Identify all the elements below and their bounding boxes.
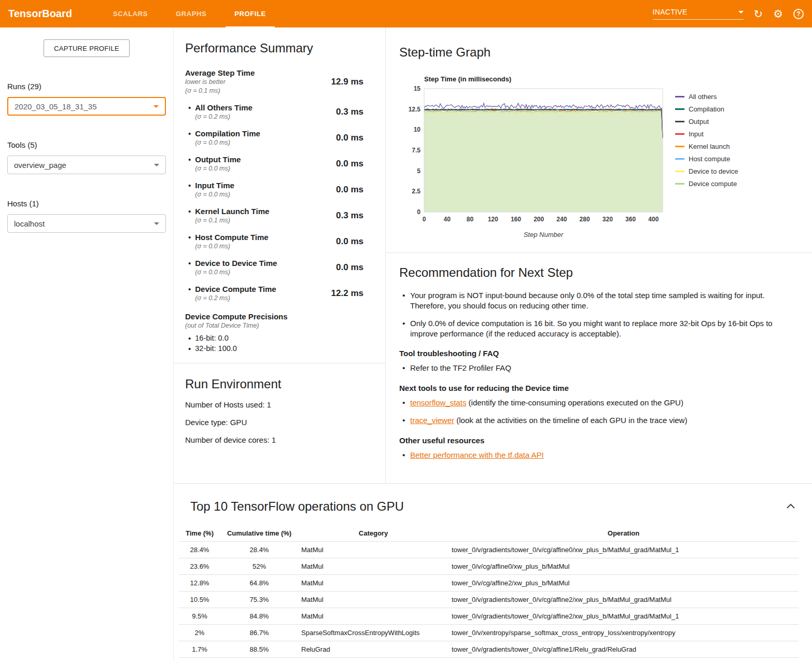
op-name: tower_0/v/gradients/tower_0/v/cg/affine2… (449, 592, 799, 608)
op-category: MatMul (298, 542, 449, 558)
rec-link[interactable]: trace_viewer (410, 416, 454, 425)
tab-graphs[interactable]: GRAPHS (162, 0, 220, 27)
svg-text:10: 10 (414, 126, 421, 133)
metric-sigma: (σ = 0.0 ms) (195, 190, 234, 199)
metric-row: •Host Compute Time(σ = 0.0 ms)0.0 ms (185, 232, 371, 251)
svg-text:400: 400 (648, 216, 659, 223)
op-category: MatMul (298, 592, 449, 608)
nav-tabs: SCALARSGRAPHSPROFILE (99, 0, 280, 27)
table-row: 1.7%88.5%ReluGradtower_0/v/gradients/tow… (179, 641, 799, 658)
legend-swatch-icon (675, 96, 684, 97)
tab-scalars[interactable]: SCALARS (99, 0, 162, 27)
legend-label: Device compute (689, 180, 737, 188)
tools-dropdown[interactable]: overview_page (7, 156, 166, 174)
legend-swatch-icon (675, 146, 684, 147)
metric-label: Device to Device Time (195, 258, 277, 268)
collapse-section-button[interactable] (783, 500, 799, 514)
metric-value: 12.2 ms (331, 288, 363, 299)
op-name: tower_0/v/cg/affine0/xw_plus_b/MatMul (449, 558, 799, 575)
gear-icon[interactable]: ⚙ (773, 8, 783, 19)
hosts-label: Hosts (1) (7, 199, 166, 208)
bullet-icon: • (188, 344, 191, 354)
performance-summary-section: Performance Summary Average Step Time lo… (174, 27, 385, 363)
metric-value: 0.0 ms (336, 262, 363, 273)
svg-text:160: 160 (511, 216, 521, 223)
rec-link[interactable]: Better performance with the tf.data API (410, 451, 544, 459)
op-name: tower_0/v/gradients/tower_0/v/cg/affine2… (449, 608, 799, 625)
rec-bullet: trace_viewer (look at the activities on … (399, 415, 797, 426)
svg-text:2.5: 2.5 (412, 188, 421, 195)
help-icon[interactable]: ? (793, 9, 804, 19)
svg-text:0: 0 (423, 216, 426, 223)
ops-table-body: 28.4%28.4%MatMultower_0/v/gradients/towe… (179, 542, 799, 661)
runs-dropdown[interactable]: 2020_03_05_18_31_35 (7, 97, 166, 116)
metric-row: •Output Time(σ = 0.0 ms)0.0 ms (185, 154, 371, 173)
op-time: 28.4% (179, 542, 220, 558)
op-cumulative: 64.8% (220, 575, 298, 592)
rec-bullet: Better performance with the tf.data API (399, 450, 797, 460)
ops-table-header-row: Time (%)Cumulative time (%)CategoryOpera… (179, 525, 799, 542)
run-env-line: Number of Hosts used: 1 (185, 400, 374, 409)
rec-text: (identify the time-consuming operations … (466, 398, 683, 407)
op-category: MatMul (298, 558, 449, 575)
legend-item: Device to device (675, 167, 738, 175)
legend-swatch-icon (675, 108, 684, 110)
tab-profile[interactable]: PROFILE (220, 0, 280, 27)
table-row: 12.8%64.8%MatMultower_0/v/cg/affine2/xw_… (179, 575, 799, 592)
svg-text:12.5: 12.5 (409, 106, 421, 113)
tools-label: Tools (5) (7, 140, 166, 149)
metric-value: 0.3 ms (336, 210, 363, 221)
chevron-down-icon (738, 11, 744, 13)
op-cumulative: 75.3% (220, 592, 298, 608)
legend-item: Output (675, 118, 738, 125)
metric-row: •Input Time(σ = 0.0 ms)0.0 ms (185, 180, 371, 199)
refresh-icon[interactable]: ↻ (754, 8, 763, 19)
legend-label: Kernel launch (689, 143, 730, 150)
metric-row: •All Others Time(σ = 0.2 ms)0.3 ms (185, 103, 371, 121)
run-environment-section: Run Environment Number of Hosts used: 1D… (174, 363, 385, 460)
rec-link[interactable]: tensorflow_stats (410, 398, 466, 407)
hosts-dropdown-value: localhost (14, 219, 45, 228)
legend-swatch-icon (675, 158, 684, 160)
chevron-down-icon (153, 105, 159, 108)
rec-text: Only 0.0% of device computation is 16 bi… (410, 319, 773, 338)
svg-text:7.5: 7.5 (412, 147, 421, 154)
op-category: SparseSoftmaxCrossEntropyWithLogits (298, 625, 449, 641)
sidebar: CAPTURE PROFILE Runs (29) 2020_03_05_18_… (0, 27, 174, 661)
bullet-icon: • (188, 103, 191, 121)
rec-text: (look at the activities on the timeline … (454, 416, 687, 425)
metric-row: •Device Compute Time(σ = 0.2 ms)12.2 ms (185, 284, 371, 303)
legend-item: Kernel launch (675, 143, 738, 150)
metric-value: 0.0 ms (336, 133, 363, 143)
metric-row: •Kernel Launch Time(σ = 0.1 ms)0.3 ms (185, 206, 371, 225)
app-title: TensorBoard (8, 8, 72, 20)
hosts-dropdown[interactable]: localhost (7, 214, 166, 233)
average-step-time-row: Average Step Time lower is better (σ = 0… (185, 68, 371, 95)
capture-profile-button[interactable]: CAPTURE PROFILE (44, 39, 130, 57)
op-time: 1.7% (179, 658, 220, 661)
metric-sigma: (σ = 0.0 ms) (195, 242, 268, 251)
legend-swatch-icon (675, 121, 684, 122)
legend-item: Host compute (675, 155, 738, 163)
legend-item: Input (675, 130, 738, 138)
legend-item: All others (675, 93, 738, 101)
step-time-graph-section: Step-time Graph 02.557.51012.51504080120… (386, 27, 812, 253)
rec-bullet: Your program is NOT input-bound because … (399, 290, 797, 311)
precisions-subtitle: (out of Total Device Time) (185, 322, 371, 329)
legend-label: Device to device (689, 167, 738, 175)
svg-text:280: 280 (580, 216, 590, 223)
op-name: tower_0/v/gradients/tower_0/v/cg/affine1… (449, 641, 799, 658)
svg-text:320: 320 (603, 216, 613, 223)
op-cumulative: 86.7% (220, 625, 298, 641)
op-name: tower_0/v/gradients/AddN_1 (449, 658, 799, 661)
run-status-dropdown[interactable]: INACTIVE (653, 8, 744, 20)
legend-label: All others (689, 93, 717, 101)
op-time: 12.8% (179, 575, 220, 592)
op-category: MatMul (298, 575, 449, 592)
run-env-line: Device type: GPU (185, 418, 374, 427)
metric-sigma: (σ = 0.0 ms) (195, 164, 241, 173)
metric-label: Average Step Time (185, 68, 255, 78)
chevron-down-icon (154, 164, 159, 166)
rec-text: Your program is NOT input-bound because … (410, 291, 765, 310)
recommendation-title: Recommendation for Next Step (399, 265, 797, 280)
